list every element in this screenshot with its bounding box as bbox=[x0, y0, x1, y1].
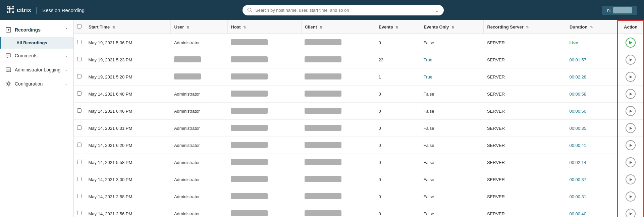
table-row: May 14, 2021 2:58 PMAdministrator0FalseS… bbox=[74, 188, 644, 205]
play-button-2[interactable] bbox=[626, 72, 636, 82]
duration-link[interactable]: 00:02:14 bbox=[569, 160, 586, 165]
recordings-table-container: Start Time ⇅ User ⇅ Host ⇅ Client ⇅ Even bbox=[74, 20, 644, 217]
cell-events-only: False bbox=[420, 205, 484, 217]
svg-marker-27 bbox=[630, 178, 632, 181]
th-recording-server[interactable]: Recording Server ⇅ bbox=[484, 20, 566, 34]
table-row: May 14, 2021 6:46 PMAdministrator0FalseS… bbox=[74, 103, 644, 120]
row-checkbox-5[interactable] bbox=[77, 125, 82, 130]
th-events[interactable]: Events ⇅ bbox=[375, 20, 420, 34]
cell-user: Administrator bbox=[171, 171, 227, 188]
play-button-9[interactable] bbox=[626, 192, 636, 202]
search-dropdown-icon[interactable]: ⌄ bbox=[435, 7, 439, 13]
svg-point-4 bbox=[7, 11, 9, 13]
sidebar-item-admin-logging[interactable]: Administrator Logging ⌄ bbox=[0, 63, 73, 77]
row-checkbox-0[interactable] bbox=[77, 40, 82, 44]
row-checkbox-10[interactable] bbox=[77, 211, 82, 215]
cell-client bbox=[301, 171, 375, 188]
cell-start-time: May 19, 2021 5:20 PM bbox=[85, 68, 171, 86]
duration-link[interactable]: 00:00:58 bbox=[569, 92, 586, 97]
row-checkbox-1[interactable] bbox=[77, 57, 82, 61]
duration-link[interactable]: 00:02:28 bbox=[569, 74, 586, 79]
duration-link[interactable]: 00:00:50 bbox=[569, 109, 586, 114]
row-checkbox-7[interactable] bbox=[77, 160, 82, 164]
cell-client bbox=[301, 137, 375, 154]
duration-live: Live bbox=[569, 40, 578, 45]
search-input[interactable] bbox=[255, 8, 432, 13]
admin-logging-label: Administrator Logging bbox=[15, 67, 60, 72]
content-area: Start Time ⇅ User ⇅ Host ⇅ Client ⇅ Even bbox=[74, 20, 644, 217]
search-icon bbox=[247, 7, 253, 13]
logo-divider: | bbox=[36, 6, 38, 14]
th-start-time[interactable]: Start Time ⇅ bbox=[85, 20, 171, 34]
citrix-text: citrix bbox=[17, 7, 31, 14]
cell-events: 0 bbox=[375, 103, 420, 120]
play-button-10[interactable] bbox=[626, 209, 636, 217]
configuration-chevron: ⌄ bbox=[65, 82, 68, 86]
search-wrapper: ⌄ bbox=[98, 5, 588, 15]
row-checkbox-8[interactable] bbox=[77, 177, 82, 181]
th-user[interactable]: User ⇅ bbox=[171, 20, 227, 34]
th-duration[interactable]: Duration ⇅ bbox=[566, 20, 617, 34]
cell-start-time: May 14, 2021 5:58 PM bbox=[85, 154, 171, 171]
sidebar: Recordings ⌃ All Recordings Comments ⌄ bbox=[0, 20, 74, 217]
duration-link[interactable]: 00:00:40 bbox=[569, 211, 586, 216]
play-button-1[interactable] bbox=[626, 55, 636, 65]
host-blurred bbox=[231, 125, 268, 131]
play-button-8[interactable] bbox=[626, 174, 636, 184]
cell-host bbox=[227, 103, 301, 120]
client-blurred bbox=[305, 73, 341, 79]
cell-user: Administrator bbox=[171, 103, 227, 120]
play-button-0[interactable] bbox=[626, 38, 636, 48]
comments-chevron: ⌄ bbox=[65, 53, 68, 58]
play-button-6[interactable] bbox=[626, 140, 636, 150]
svg-rect-10 bbox=[6, 54, 11, 57]
sidebar-item-configuration[interactable]: Configuration ⌄ bbox=[0, 77, 73, 91]
client-blurred bbox=[305, 159, 341, 165]
svg-marker-23 bbox=[630, 110, 632, 113]
cell-user: Administrator bbox=[171, 154, 227, 171]
cell-action bbox=[617, 103, 644, 120]
cell-duration: 00:02:28 bbox=[566, 68, 617, 86]
sort-icon-user: ⇅ bbox=[186, 25, 189, 29]
duration-link[interactable]: 00:01:57 bbox=[569, 57, 586, 62]
sidebar-item-recordings[interactable]: Recordings ⌃ bbox=[0, 23, 73, 37]
cell-user: Administrator bbox=[171, 188, 227, 205]
th-client[interactable]: Client ⇅ bbox=[301, 20, 375, 34]
th-host[interactable]: Host ⇅ bbox=[227, 20, 301, 34]
sidebar-item-comments[interactable]: Comments ⌄ bbox=[0, 49, 73, 63]
row-checkbox-3[interactable] bbox=[77, 91, 82, 96]
user-blurred bbox=[174, 73, 201, 79]
host-blurred bbox=[231, 193, 268, 199]
th-events-only[interactable]: Events Only ⇅ bbox=[420, 20, 484, 34]
cell-events-only: False bbox=[420, 103, 484, 120]
duration-link[interactable]: 00:00:31 bbox=[569, 194, 586, 199]
host-blurred bbox=[231, 108, 268, 114]
main-layout: Recordings ⌃ All Recordings Comments ⌄ bbox=[0, 20, 644, 217]
play-button-3[interactable] bbox=[626, 89, 636, 99]
row-checkbox-9[interactable] bbox=[77, 194, 82, 198]
cell-start-time: May 14, 2021 6:31 PM bbox=[85, 120, 171, 137]
events-only-value: True bbox=[424, 74, 432, 79]
table-header-row: Start Time ⇅ User ⇅ Host ⇅ Client ⇅ Even bbox=[74, 20, 644, 34]
duration-link[interactable]: 00:00:37 bbox=[569, 177, 586, 182]
row-checkbox-2[interactable] bbox=[77, 74, 82, 78]
cell-host bbox=[227, 154, 301, 171]
play-button-4[interactable] bbox=[626, 106, 636, 116]
client-blurred bbox=[305, 176, 341, 182]
citrix-logo bbox=[7, 6, 14, 15]
row-checkbox-6[interactable] bbox=[77, 143, 82, 147]
cell-events-only: True bbox=[420, 68, 484, 86]
cell-user bbox=[171, 68, 227, 86]
client-blurred bbox=[305, 125, 341, 131]
duration-link[interactable]: 00:00:41 bbox=[569, 143, 586, 148]
play-button-7[interactable] bbox=[626, 157, 636, 167]
client-blurred bbox=[305, 108, 341, 114]
select-all-checkbox[interactable] bbox=[77, 24, 82, 29]
host-blurred bbox=[231, 176, 268, 182]
duration-link[interactable]: 00:00:35 bbox=[569, 126, 586, 131]
cell-client bbox=[301, 34, 375, 51]
row-checkbox-4[interactable] bbox=[77, 108, 82, 113]
play-button-5[interactable] bbox=[626, 123, 636, 133]
sidebar-item-all-recordings[interactable]: All Recordings bbox=[0, 37, 73, 49]
user-blurred bbox=[174, 56, 201, 62]
